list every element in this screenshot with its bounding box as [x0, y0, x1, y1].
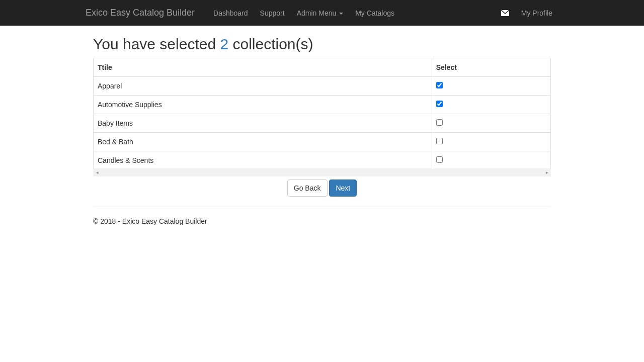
nav-my-profile[interactable]: My Profile	[515, 2, 558, 25]
row-title: Bed & Bath	[94, 133, 432, 151]
nav-admin-menu[interactable]: Admin Menu	[291, 2, 349, 25]
collections-frame: Ttile Select Apparel Automotive Supplies…	[93, 58, 551, 176]
action-buttons: Go Back Next	[93, 179, 551, 197]
nav-support[interactable]: Support	[254, 2, 291, 25]
table-row: Apparel	[94, 77, 551, 96]
row-title: Baby Items	[94, 114, 432, 133]
row-checkbox[interactable]	[436, 138, 443, 144]
next-button[interactable]: Next	[329, 179, 357, 197]
nav-left: Dashboard Support Admin Menu My Catalogs	[207, 2, 400, 25]
row-checkbox[interactable]	[436, 82, 443, 88]
horizontal-scrollbar[interactable]: ◂ ▸	[93, 168, 551, 176]
table-row: Baby Items	[94, 114, 551, 133]
nav-right: My Profile	[495, 2, 558, 25]
row-title: Candles & Scents	[94, 151, 432, 169]
scroll-left-icon: ◂	[93, 168, 101, 176]
heading-prefix: You have selected	[93, 36, 220, 52]
row-checkbox[interactable]	[436, 119, 443, 126]
scroll-right-icon: ▸	[543, 168, 551, 176]
nav-dashboard[interactable]: Dashboard	[207, 2, 254, 25]
heading-count: 2	[220, 36, 228, 52]
page-title: You have selected 2 collection(s)	[93, 36, 551, 53]
heading-suffix: collection(s)	[228, 36, 313, 52]
brand-link[interactable]: Exico Easy Catalog Builder	[86, 0, 202, 26]
table-row: Bed & Bath	[94, 133, 551, 151]
go-back-button[interactable]: Go Back	[287, 179, 328, 197]
table-row: Automotive Supplies	[94, 96, 551, 114]
table-row: Candles & Scents	[94, 151, 551, 169]
row-title: Automotive Supplies	[94, 96, 432, 114]
row-checkbox[interactable]	[436, 156, 443, 163]
nav-admin-menu-label: Admin Menu	[297, 9, 337, 17]
col-header-select: Select	[432, 58, 550, 77]
row-title: Apparel	[94, 77, 432, 96]
collections-table: Ttile Select Apparel Automotive Supplies…	[93, 58, 551, 168]
caret-down-icon	[339, 13, 343, 15]
nav-my-catalogs[interactable]: My Catalogs	[349, 2, 400, 25]
col-header-title: Ttile	[94, 58, 432, 77]
footer-text: © 2018 - Exico Easy Catalog Builder	[93, 217, 551, 235]
top-navbar: Exico Easy Catalog Builder Dashboard Sup…	[0, 0, 644, 26]
mail-icon[interactable]	[495, 3, 515, 24]
footer-divider	[93, 207, 551, 207]
collections-scroll[interactable]: Ttile Select Apparel Automotive Supplies…	[93, 58, 551, 168]
row-checkbox[interactable]	[436, 101, 443, 107]
